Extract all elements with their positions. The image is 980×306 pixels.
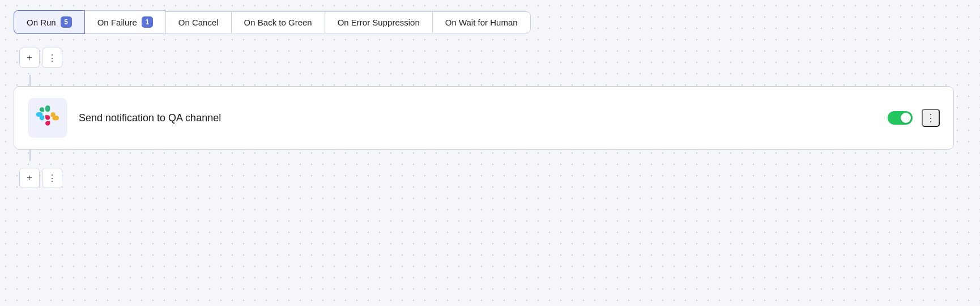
tab-on-wait-for-human[interactable]: On Wait for Human xyxy=(432,11,531,33)
tab-label-on-failure: On Failure xyxy=(97,18,137,27)
connector-line-top xyxy=(29,75,31,86)
bottom-toolbar: + ⋮ xyxy=(19,168,966,188)
add-button[interactable]: + xyxy=(19,48,40,68)
action-card: Send notification to QA channel ⋮ xyxy=(14,86,954,150)
more-options-button-top[interactable]: ⋮ xyxy=(42,48,62,68)
tab-bar: On Run5On Failure1On CancelOn Back to Gr… xyxy=(0,0,980,34)
tab-on-run[interactable]: On Run5 xyxy=(14,10,85,34)
action-title: Send notification to QA channel xyxy=(79,112,876,124)
top-toolbar: + ⋮ xyxy=(19,48,966,68)
slack-icon-wrap xyxy=(28,98,67,138)
tab-label-on-back-to-green: On Back to Green xyxy=(244,18,312,27)
action-more-button[interactable]: ⋮ xyxy=(922,109,940,127)
tab-label-on-cancel: On Cancel xyxy=(178,18,219,27)
add-button-bottom[interactable]: + xyxy=(19,168,40,188)
tab-badge-on-run: 5 xyxy=(61,16,72,28)
tab-on-back-to-green[interactable]: On Back to Green xyxy=(231,11,325,33)
tab-on-cancel[interactable]: On Cancel xyxy=(165,11,232,33)
tab-label-on-wait-for-human: On Wait for Human xyxy=(445,18,518,27)
main-content: + ⋮ Send notification to QA channel xyxy=(0,34,980,188)
more-options-button-bottom[interactable]: ⋮ xyxy=(42,168,62,188)
slack-icon xyxy=(35,105,60,130)
tab-label-on-run: On Run xyxy=(27,18,56,27)
tab-on-error-suppression[interactable]: On Error Suppression xyxy=(325,11,433,33)
connector-line-bottom xyxy=(29,150,31,161)
tab-badge-on-failure: 1 xyxy=(142,16,153,28)
tab-label-on-error-suppression: On Error Suppression xyxy=(338,18,420,27)
tab-on-failure[interactable]: On Failure1 xyxy=(84,10,166,34)
toggle-switch[interactable] xyxy=(888,111,913,125)
action-controls: ⋮ xyxy=(888,109,940,127)
